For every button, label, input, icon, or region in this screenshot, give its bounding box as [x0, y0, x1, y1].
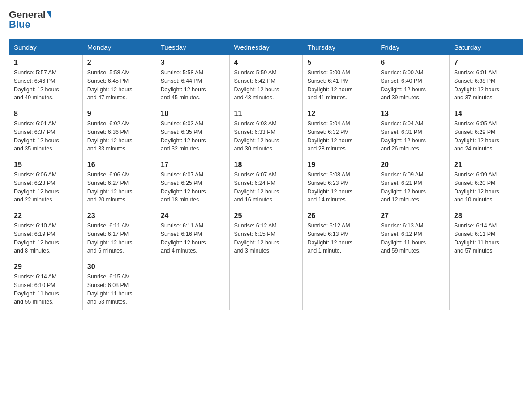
day-number: 16 — [87, 161, 151, 169]
day-number: 14 — [454, 110, 518, 118]
logo-arrow-icon — [47, 11, 51, 19]
calendar-cell: 15Sunrise: 6:06 AMSunset: 6:28 PMDayligh… — [9, 157, 83, 208]
calendar-table: SundayMondayTuesdayWednesdayThursdayFrid… — [9, 39, 523, 310]
day-info: Sunrise: 5:58 AMSunset: 6:45 PMDaylight:… — [87, 68, 151, 102]
logo-blue-text: Blue — [9, 19, 30, 30]
calendar-cell — [156, 259, 229, 310]
weekday-header-wednesday: Wednesday — [229, 40, 303, 55]
calendar-cell: 9Sunrise: 6:02 AMSunset: 6:36 PMDaylight… — [82, 106, 156, 157]
day-number: 18 — [234, 161, 298, 169]
day-number: 20 — [381, 161, 445, 169]
calendar-cell: 24Sunrise: 6:11 AMSunset: 6:16 PMDayligh… — [156, 208, 229, 259]
day-number: 23 — [87, 212, 151, 220]
calendar-cell — [229, 259, 303, 310]
calendar-cell: 10Sunrise: 6:03 AMSunset: 6:35 PMDayligh… — [156, 106, 229, 157]
day-info: Sunrise: 5:59 AMSunset: 6:42 PMDaylight:… — [234, 68, 298, 102]
day-info: Sunrise: 6:10 AMSunset: 6:19 PMDaylight:… — [14, 222, 78, 255]
calendar-cell: 17Sunrise: 6:07 AMSunset: 6:25 PMDayligh… — [156, 157, 229, 208]
day-info: Sunrise: 6:11 AMSunset: 6:16 PMDaylight:… — [161, 222, 225, 255]
calendar-cell: 28Sunrise: 6:14 AMSunset: 6:11 PMDayligh… — [450, 208, 523, 259]
day-number: 29 — [14, 263, 78, 271]
calendar-cell — [303, 259, 376, 310]
calendar-cell: 5Sunrise: 6:00 AMSunset: 6:41 PMDaylight… — [303, 55, 376, 106]
weekday-header-thursday: Thursday — [303, 40, 376, 55]
calendar-cell: 11Sunrise: 6:03 AMSunset: 6:33 PMDayligh… — [229, 106, 303, 157]
day-info: Sunrise: 6:07 AMSunset: 6:24 PMDaylight:… — [234, 171, 298, 204]
calendar-cell: 23Sunrise: 6:11 AMSunset: 6:17 PMDayligh… — [82, 208, 156, 259]
calendar-cell: 26Sunrise: 6:12 AMSunset: 6:13 PMDayligh… — [303, 208, 376, 259]
day-info: Sunrise: 6:13 AMSunset: 6:12 PMDaylight:… — [381, 222, 445, 255]
day-number: 12 — [307, 110, 371, 118]
day-number: 6 — [381, 59, 445, 67]
weekday-header-row: SundayMondayTuesdayWednesdayThursdayFrid… — [9, 40, 523, 55]
weekday-header-tuesday: Tuesday — [156, 40, 229, 55]
day-info: Sunrise: 6:14 AMSunset: 6:10 PMDaylight:… — [14, 273, 78, 306]
day-number: 11 — [234, 110, 298, 118]
calendar-cell: 21Sunrise: 6:09 AMSunset: 6:20 PMDayligh… — [450, 157, 523, 208]
calendar-cell: 14Sunrise: 6:05 AMSunset: 6:29 PMDayligh… — [450, 106, 523, 157]
weekday-header-friday: Friday — [376, 40, 450, 55]
day-info: Sunrise: 6:11 AMSunset: 6:17 PMDaylight:… — [87, 222, 151, 255]
calendar-cell: 20Sunrise: 6:09 AMSunset: 6:21 PMDayligh… — [376, 157, 450, 208]
calendar-cell: 4Sunrise: 5:59 AMSunset: 6:42 PMDaylight… — [229, 55, 303, 106]
page-header: General Blue — [9, 9, 523, 30]
calendar-cell: 13Sunrise: 6:04 AMSunset: 6:31 PMDayligh… — [376, 106, 450, 157]
week-row-5: 29Sunrise: 6:14 AMSunset: 6:10 PMDayligh… — [9, 259, 523, 310]
calendar-cell — [376, 259, 450, 310]
day-number: 30 — [87, 263, 151, 271]
day-info: Sunrise: 6:06 AMSunset: 6:28 PMDaylight:… — [14, 171, 78, 204]
logo: General Blue — [9, 9, 51, 30]
day-number: 13 — [381, 110, 445, 118]
day-number: 2 — [87, 59, 151, 67]
calendar-cell: 27Sunrise: 6:13 AMSunset: 6:12 PMDayligh… — [376, 208, 450, 259]
calendar-cell: 2Sunrise: 5:58 AMSunset: 6:45 PMDaylight… — [82, 55, 156, 106]
day-number: 4 — [234, 59, 298, 67]
day-info: Sunrise: 6:08 AMSunset: 6:23 PMDaylight:… — [307, 171, 371, 204]
weekday-header-sunday: Sunday — [9, 40, 83, 55]
day-info: Sunrise: 6:03 AMSunset: 6:35 PMDaylight:… — [161, 120, 225, 153]
calendar-cell: 3Sunrise: 5:58 AMSunset: 6:44 PMDaylight… — [156, 55, 229, 106]
day-info: Sunrise: 6:02 AMSunset: 6:36 PMDaylight:… — [87, 120, 151, 153]
calendar-cell: 16Sunrise: 6:06 AMSunset: 6:27 PMDayligh… — [82, 157, 156, 208]
day-number: 22 — [14, 212, 78, 220]
day-info: Sunrise: 6:15 AMSunset: 6:08 PMDaylight:… — [87, 273, 151, 306]
calendar-cell: 30Sunrise: 6:15 AMSunset: 6:08 PMDayligh… — [82, 259, 156, 310]
day-number: 17 — [161, 161, 225, 169]
day-number: 10 — [161, 110, 225, 118]
week-row-3: 15Sunrise: 6:06 AMSunset: 6:28 PMDayligh… — [9, 157, 523, 208]
day-info: Sunrise: 6:14 AMSunset: 6:11 PMDaylight:… — [454, 222, 518, 255]
calendar-cell: 12Sunrise: 6:04 AMSunset: 6:32 PMDayligh… — [303, 106, 376, 157]
day-number: 9 — [87, 110, 151, 118]
day-number: 27 — [381, 212, 445, 220]
day-number: 25 — [234, 212, 298, 220]
calendar-cell: 7Sunrise: 6:01 AMSunset: 6:38 PMDaylight… — [450, 55, 523, 106]
day-info: Sunrise: 6:05 AMSunset: 6:29 PMDaylight:… — [454, 120, 518, 153]
day-info: Sunrise: 6:07 AMSunset: 6:25 PMDaylight:… — [161, 171, 225, 204]
day-info: Sunrise: 6:12 AMSunset: 6:13 PMDaylight:… — [307, 222, 371, 255]
weekday-header-monday: Monday — [82, 40, 156, 55]
calendar-cell: 25Sunrise: 6:12 AMSunset: 6:15 PMDayligh… — [229, 208, 303, 259]
day-info: Sunrise: 5:57 AMSunset: 6:46 PMDaylight:… — [14, 68, 78, 102]
week-row-2: 8Sunrise: 6:01 AMSunset: 6:37 PMDaylight… — [9, 106, 523, 157]
calendar-cell: 1Sunrise: 5:57 AMSunset: 6:46 PMDaylight… — [9, 55, 83, 106]
day-number: 21 — [454, 161, 518, 169]
day-number: 3 — [161, 59, 225, 67]
day-info: Sunrise: 6:04 AMSunset: 6:32 PMDaylight:… — [307, 120, 371, 153]
week-row-1: 1Sunrise: 5:57 AMSunset: 6:46 PMDaylight… — [9, 55, 523, 106]
calendar-cell: 22Sunrise: 6:10 AMSunset: 6:19 PMDayligh… — [9, 208, 83, 259]
day-number: 8 — [14, 110, 78, 118]
calendar-body: 1Sunrise: 5:57 AMSunset: 6:46 PMDaylight… — [9, 55, 523, 310]
calendar-cell: 8Sunrise: 6:01 AMSunset: 6:37 PMDaylight… — [9, 106, 83, 157]
week-row-4: 22Sunrise: 6:10 AMSunset: 6:19 PMDayligh… — [9, 208, 523, 259]
day-info: Sunrise: 6:01 AMSunset: 6:38 PMDaylight:… — [454, 68, 518, 102]
day-info: Sunrise: 6:12 AMSunset: 6:15 PMDaylight:… — [234, 222, 298, 255]
day-info: Sunrise: 6:00 AMSunset: 6:41 PMDaylight:… — [307, 68, 371, 102]
day-info: Sunrise: 6:00 AMSunset: 6:40 PMDaylight:… — [381, 68, 445, 102]
day-info: Sunrise: 6:04 AMSunset: 6:31 PMDaylight:… — [381, 120, 445, 153]
day-info: Sunrise: 6:09 AMSunset: 6:21 PMDaylight:… — [381, 171, 445, 204]
day-info: Sunrise: 6:01 AMSunset: 6:37 PMDaylight:… — [14, 120, 78, 153]
day-number: 15 — [14, 161, 78, 169]
calendar-cell: 19Sunrise: 6:08 AMSunset: 6:23 PMDayligh… — [303, 157, 376, 208]
day-number: 1 — [14, 59, 78, 67]
day-number: 19 — [307, 161, 371, 169]
